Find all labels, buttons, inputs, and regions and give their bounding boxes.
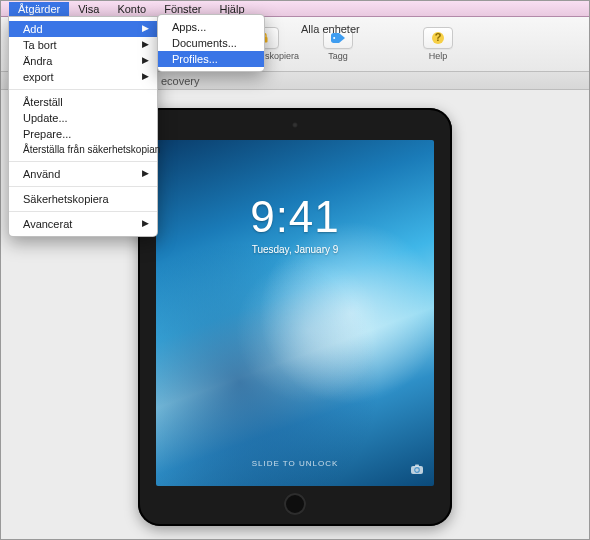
toolbar-help-button[interactable]: ? Help bbox=[409, 27, 467, 61]
svg-text:?: ? bbox=[435, 31, 442, 43]
menu-bar: Åtgärder Visa Konto Fönster Hjälp bbox=[1, 1, 589, 17]
menu-separator bbox=[9, 161, 157, 162]
slide-to-unlock: SLIDE TO UNLOCK bbox=[252, 459, 339, 468]
menu-item-restore[interactable]: Återställ bbox=[9, 94, 157, 110]
menu-separator bbox=[9, 211, 157, 212]
submenu-arrow-icon: ▶ bbox=[142, 39, 149, 49]
home-button-icon bbox=[284, 493, 306, 515]
submenu-item-documents[interactable]: Documents... bbox=[158, 35, 264, 51]
menu-konto[interactable]: Konto bbox=[108, 2, 155, 16]
svg-point-2 bbox=[333, 37, 335, 39]
menu-item-prepare[interactable]: Prepare... bbox=[9, 126, 157, 142]
menu-item-remove[interactable]: Ta bort▶ bbox=[9, 37, 157, 53]
device-ipad: 9:41 Tuesday, January 9 SLIDE TO UNLOCK bbox=[138, 108, 452, 526]
menu-atgarder[interactable]: Åtgärder bbox=[9, 2, 69, 16]
toolbar-label: Help bbox=[429, 51, 448, 61]
camera-icon bbox=[292, 122, 298, 128]
lock-clock: 9:41 bbox=[250, 192, 340, 242]
menu-separator bbox=[9, 186, 157, 187]
toolbar-label: Tagg bbox=[328, 51, 348, 61]
lock-date: Tuesday, January 9 bbox=[252, 244, 339, 255]
actions-menu: Add▶ Ta bort▶ Ändra▶ export▶ Återställ U… bbox=[8, 16, 158, 237]
menu-item-export[interactable]: export▶ bbox=[9, 69, 157, 85]
svg-rect-6 bbox=[415, 465, 419, 468]
menu-item-backup[interactable]: Säkerhetskopiera bbox=[9, 191, 157, 207]
menu-item-add[interactable]: Add▶ bbox=[9, 21, 157, 37]
menu-item-advanced[interactable]: Avancerat▶ bbox=[9, 216, 157, 232]
menu-visa[interactable]: Visa bbox=[69, 2, 108, 16]
menu-separator bbox=[9, 89, 157, 90]
submenu-arrow-icon: ▶ bbox=[142, 55, 149, 65]
tab-recovery[interactable]: ecovery bbox=[161, 75, 200, 87]
add-submenu: Apps... Documents... Profiles... bbox=[157, 14, 265, 72]
devices-header: Alla enheter bbox=[301, 23, 360, 35]
submenu-arrow-icon: ▶ bbox=[142, 218, 149, 228]
submenu-item-apps[interactable]: Apps... bbox=[158, 19, 264, 35]
submenu-arrow-icon: ▶ bbox=[142, 71, 149, 81]
menu-item-modify[interactable]: Ändra▶ bbox=[9, 53, 157, 69]
device-screen: 9:41 Tuesday, January 9 SLIDE TO UNLOCK bbox=[156, 140, 434, 486]
menu-item-restore-backup[interactable]: Återställa från säkerhetskopian bbox=[9, 142, 157, 157]
camera-shortcut-icon bbox=[410, 462, 424, 476]
submenu-arrow-icon: ▶ bbox=[142, 23, 149, 33]
submenu-arrow-icon: ▶ bbox=[142, 168, 149, 178]
menu-item-update[interactable]: Update... bbox=[9, 110, 157, 126]
menu-item-apply[interactable]: Använd▶ bbox=[9, 166, 157, 182]
help-icon: ? bbox=[423, 27, 453, 49]
submenu-item-profiles[interactable]: Profiles... bbox=[158, 51, 264, 67]
